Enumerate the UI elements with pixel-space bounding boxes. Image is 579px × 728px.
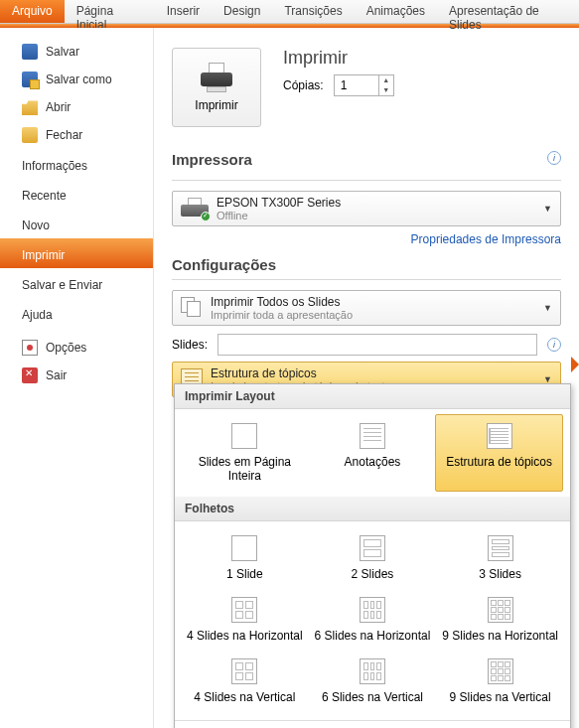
full-slide-thumb-icon xyxy=(231,423,257,449)
handout-6h-icon xyxy=(360,597,385,623)
handout-4v-icon xyxy=(231,658,257,684)
sidebar-fechar[interactable]: Fechar xyxy=(0,121,153,149)
print-what-dropdown[interactable]: Imprimir Todos os Slides Imprimir toda a… xyxy=(172,290,561,326)
opt-label: 4 Slides na Vertical xyxy=(194,690,295,704)
tab-transicoes[interactable]: Transições xyxy=(272,0,354,23)
sidebar-sair[interactable]: Sair xyxy=(0,362,153,389)
handout-6v[interactable]: 6 Slides na Vertical xyxy=(309,651,437,712)
open-icon xyxy=(22,99,38,115)
print-heading: Imprimir xyxy=(283,48,394,69)
opt-label: 1 Slide xyxy=(226,567,263,581)
slides-range-label: Slides: xyxy=(172,338,208,352)
handout-2[interactable]: 2 Slides xyxy=(309,527,437,589)
opt-label: 4 Slides na Horizontal xyxy=(187,629,303,643)
flyout-heading-handouts: Folhetos xyxy=(175,497,570,521)
opt-label: 9 Slides na Horizontal xyxy=(442,629,558,643)
sidebar-label: Salvar xyxy=(46,45,79,59)
close-file-icon xyxy=(22,127,38,143)
sidebar-imprimir[interactable]: Imprimir xyxy=(0,238,153,268)
handout-1[interactable]: 1 Slide xyxy=(181,527,309,589)
slides-range-input[interactable] xyxy=(217,334,537,356)
handout-1-icon xyxy=(231,535,257,561)
sidebar-recente[interactable]: Recente xyxy=(0,179,153,209)
chevron-down-icon: ▼ xyxy=(543,303,552,313)
print-button-label: Imprimir xyxy=(195,98,237,112)
backstage-sidebar: Salvar Salvar como Abrir Fechar Informaç… xyxy=(0,28,154,728)
handout-9v[interactable]: 9 Slides na Vertical xyxy=(436,651,564,712)
save-icon xyxy=(22,44,38,60)
opt-label: Estrutura de tópicos xyxy=(446,455,552,469)
save-as-icon xyxy=(22,72,38,87)
handout-6v-icon xyxy=(360,658,385,684)
handout-2-icon xyxy=(360,535,385,561)
handout-6h[interactable]: 6 Slides na Horizontal xyxy=(309,589,437,651)
divider xyxy=(172,279,561,280)
handout-9v-icon xyxy=(488,658,513,684)
sidebar-novo[interactable]: Novo xyxy=(0,209,153,238)
handout-4h[interactable]: 4 Slides na Horizontal xyxy=(181,589,309,651)
sidebar-informacoes[interactable]: Informações xyxy=(0,149,153,179)
printer-heading: Impressora xyxy=(172,151,252,168)
opt-label: Slides em Página Inteira xyxy=(185,455,305,483)
sidebar-abrir[interactable]: Abrir xyxy=(0,93,153,121)
sidebar-label: Opções xyxy=(46,341,86,355)
tab-design[interactable]: Design xyxy=(212,0,272,23)
sidebar-salvar-enviar[interactable]: Salvar e Enviar xyxy=(0,268,153,298)
info-icon[interactable]: i xyxy=(547,338,561,352)
exit-icon xyxy=(22,367,38,383)
spinner-up-icon[interactable]: ▲ xyxy=(379,75,393,85)
settings-heading: Configurações xyxy=(172,256,561,273)
ribbon-tabs: Arquivo Página Inicial Inserir Design Tr… xyxy=(0,0,579,24)
sidebar-salvar[interactable]: Salvar xyxy=(0,38,153,66)
sidebar-label: Salvar como xyxy=(46,73,112,86)
outline-thumb-icon xyxy=(487,423,512,449)
printer-properties-link[interactable]: Propriedades de Impressora xyxy=(172,232,561,246)
copies-input[interactable] xyxy=(335,76,378,94)
notes-thumb-icon xyxy=(360,423,385,449)
sidebar-label: Fechar xyxy=(46,128,82,142)
divider xyxy=(172,180,561,181)
print-layout-title: Estrutura de tópicos xyxy=(211,366,535,380)
opt-label: Anotações xyxy=(345,455,401,469)
printer-status: Offline xyxy=(217,210,535,221)
spinner-down-icon[interactable]: ▼ xyxy=(379,85,393,95)
tab-pagina-inicial[interactable]: Página Inicial xyxy=(65,0,155,23)
frame-slides-option: Enquadrar Slides xyxy=(175,723,570,728)
tab-inserir[interactable]: Inserir xyxy=(155,0,212,23)
tab-apresentacao[interactable]: Apresentação de Slides xyxy=(437,0,579,23)
handout-3-icon xyxy=(488,535,513,561)
slides-icon xyxy=(181,297,203,319)
opt-label: 6 Slides na Vertical xyxy=(322,690,423,704)
opt-label: 2 Slides xyxy=(352,567,394,581)
sidebar-salvar-como[interactable]: Salvar como xyxy=(0,66,153,93)
printer-dropdown[interactable]: EPSON TX300F Series Offline ▼ xyxy=(172,191,561,226)
print-button[interactable]: Imprimir xyxy=(172,48,261,127)
tab-arquivo[interactable]: Arquivo xyxy=(0,0,65,23)
print-what-sub: Imprimir toda a apresentação xyxy=(211,309,535,321)
opt-label: 6 Slides na Horizontal xyxy=(315,629,431,643)
copies-label: Cópias: xyxy=(283,78,324,92)
tab-animacoes[interactable]: Animações xyxy=(355,0,437,23)
handout-9h-icon xyxy=(488,597,513,623)
sidebar-label: Sair xyxy=(46,368,67,382)
handout-4v[interactable]: 4 Slides na Vertical xyxy=(181,651,309,712)
layout-full-slides[interactable]: Slides em Página Inteira xyxy=(181,415,309,491)
divider xyxy=(175,720,570,721)
printer-status-icon xyxy=(181,198,209,219)
handout-9h[interactable]: 9 Slides na Horizontal xyxy=(436,589,564,651)
options-icon xyxy=(22,340,38,356)
sidebar-label: Abrir xyxy=(46,100,71,114)
print-what-title: Imprimir Todos os Slides xyxy=(211,295,535,309)
layout-outline[interactable]: Estrutura de tópicos xyxy=(435,414,563,492)
printer-icon xyxy=(199,63,234,92)
info-icon[interactable]: i xyxy=(547,151,561,165)
opt-label: 3 Slides xyxy=(479,567,521,581)
copies-spinner[interactable]: ▲▼ xyxy=(334,74,394,96)
handout-3[interactable]: 3 Slides xyxy=(436,527,564,589)
printer-name: EPSON TX300F Series xyxy=(217,196,535,210)
opt-label: 9 Slides na Vertical xyxy=(450,690,551,704)
sidebar-opcoes[interactable]: Opções xyxy=(0,334,153,362)
layout-notes[interactable]: Anotações xyxy=(309,415,437,491)
handout-4h-icon xyxy=(231,597,257,623)
sidebar-ajuda[interactable]: Ajuda xyxy=(0,298,153,328)
